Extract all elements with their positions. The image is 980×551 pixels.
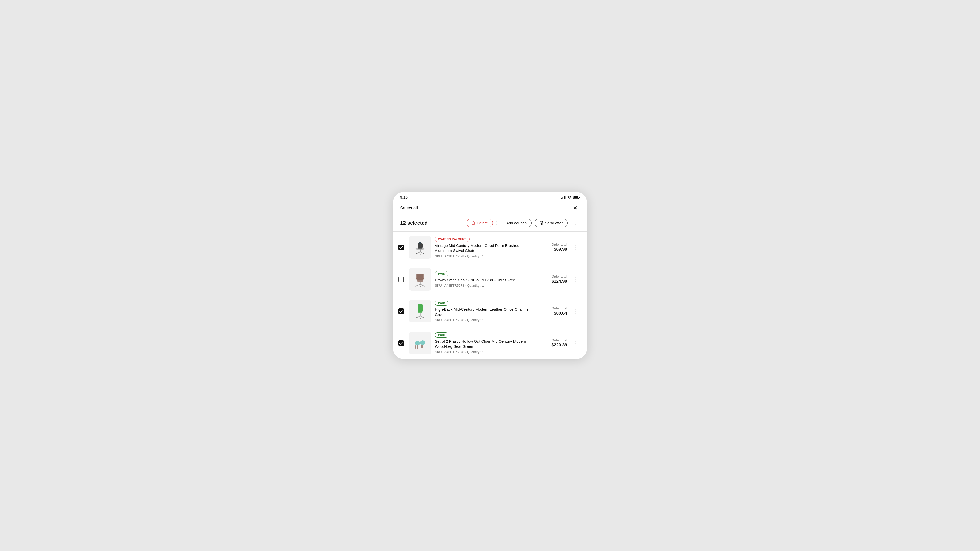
svg-rect-3 [565, 196, 566, 199]
order-list: WAITING PAYMENT Vintage Mid Century Mode… [393, 232, 587, 359]
table-row: PAID Brown Office Chair - NEW IN BOX - S… [393, 263, 587, 295]
status-icons [562, 196, 580, 199]
svg-rect-5 [579, 197, 580, 198]
checkbox-wrap-1[interactable] [397, 243, 405, 252]
svg-rect-29 [417, 280, 423, 282]
swivel-chair-img [411, 238, 429, 256]
svg-rect-27 [419, 242, 421, 244]
send-offer-button[interactable]: Send offer [535, 218, 568, 228]
checkbox-4[interactable] [398, 340, 404, 346]
svg-line-23 [420, 252, 423, 253]
checkbox-3[interactable] [398, 309, 404, 314]
svg-rect-43 [420, 313, 421, 316]
status-badge-2: PAID [435, 271, 449, 276]
table-row: WAITING PAYMENT Vintage Mid Century Mode… [393, 232, 587, 263]
product-image-3 [409, 300, 431, 322]
order-total-4: Order total $220.39 [539, 338, 567, 348]
green-chair-img [411, 302, 429, 320]
svg-rect-60 [420, 341, 421, 344]
product-image-1 [409, 236, 431, 259]
svg-rect-1 [563, 197, 563, 199]
svg-rect-56 [419, 342, 420, 344]
status-badge-1: WAITING PAYMENT [435, 237, 469, 242]
add-coupon-label: Add coupon [506, 221, 527, 225]
top-bar: Select all ✕ [393, 201, 587, 216]
svg-rect-28 [417, 274, 424, 280]
item-more-button-1[interactable]: ⋮ [571, 243, 580, 252]
svg-point-51 [420, 318, 421, 319]
product-info-2: PAID Brown Office Chair - NEW IN BOX - S… [435, 271, 535, 288]
checkbox-2[interactable] [398, 277, 404, 282]
svg-rect-41 [417, 304, 423, 312]
product-name-1: Vintage Mid Century Modern Good Form Bru… [435, 243, 535, 253]
svg-line-22 [417, 252, 420, 253]
plus-icon [501, 221, 505, 225]
order-total-1: Order total $69.99 [539, 242, 567, 252]
delete-label: Delete [477, 221, 488, 225]
svg-point-37 [424, 286, 425, 287]
svg-rect-54 [417, 345, 418, 349]
product-meta-4: SKU : A43BTR5678 · Quantity : 1 [435, 350, 535, 354]
svg-point-50 [423, 317, 424, 318]
item-more-button-4[interactable]: ⋮ [571, 339, 580, 348]
product-image-4 [409, 332, 431, 354]
product-meta-2: SKU : A43BTR5678 · Quantity : 1 [435, 283, 535, 288]
svg-rect-40 [423, 274, 424, 278]
product-image-2 [409, 268, 431, 291]
checkbox-wrap-3[interactable] [397, 307, 405, 315]
svg-rect-61 [425, 341, 425, 344]
plastic-chairs-img [411, 334, 429, 352]
svg-point-24 [416, 253, 417, 254]
delete-button[interactable]: Delete [466, 218, 493, 228]
svg-rect-18 [420, 249, 421, 252]
svg-line-48 [420, 316, 422, 317]
svg-rect-6 [574, 196, 578, 198]
svg-line-47 [418, 316, 420, 317]
svg-rect-55 [415, 342, 416, 344]
svg-rect-16 [417, 243, 423, 248]
status-bar: 9:15 [393, 192, 587, 201]
svg-rect-0 [562, 197, 562, 199]
status-time: 9:15 [400, 195, 407, 199]
product-info-1: WAITING PAYMENT Vintage Mid Century Mode… [435, 237, 535, 258]
status-badge-3: PAID [435, 301, 449, 306]
send-offer-label: Send offer [545, 221, 563, 225]
item-more-button-2[interactable]: ⋮ [571, 275, 580, 284]
svg-rect-2 [564, 196, 565, 199]
table-row: PAID Set of 2 Plastic Hollow Out Chair M… [393, 327, 587, 359]
svg-point-25 [423, 253, 424, 254]
order-total-3: Order total $80.64 [539, 306, 567, 316]
product-info-4: PAID Set of 2 Plastic Hollow Out Chair M… [435, 333, 535, 354]
product-meta-3: SKU : A43BTR5678 · Quantity : 1 [435, 318, 535, 322]
actions-bar: 12 selected Delete Add coupon [393, 216, 587, 231]
svg-line-35 [420, 284, 423, 286]
product-meta-1: SKU : A43BTR5678 · Quantity : 1 [435, 254, 535, 258]
svg-point-36 [415, 286, 417, 287]
svg-rect-7 [472, 222, 475, 225]
item-more-button-3[interactable]: ⋮ [571, 307, 580, 316]
checkbox-wrap-2[interactable] [397, 275, 405, 283]
product-name-2: Brown Office Chair - NEW IN BOX - Ships … [435, 277, 535, 283]
checkbox-wrap-4[interactable] [397, 339, 405, 347]
svg-point-26 [420, 253, 421, 255]
add-coupon-button[interactable]: Add coupon [496, 218, 531, 228]
svg-rect-59 [422, 345, 423, 348]
svg-rect-17 [418, 248, 422, 249]
brown-chair-img [411, 270, 429, 288]
svg-rect-30 [420, 282, 421, 284]
close-button[interactable]: ✕ [571, 204, 580, 213]
product-info-3: PAID High-Back Mid-Century Modern Leathe… [435, 301, 535, 322]
selected-count: 12 selected [400, 220, 461, 226]
checkbox-1[interactable] [398, 245, 404, 250]
wifi-icon [567, 196, 572, 199]
select-all-button[interactable]: Select all [400, 205, 418, 211]
svg-line-34 [417, 284, 420, 286]
order-total-2: Order total $124.99 [539, 274, 567, 284]
offer-icon [539, 221, 544, 225]
status-badge-4: PAID [435, 333, 449, 338]
svg-rect-58 [421, 345, 422, 348]
device-frame: 9:15 Select all ✕ [393, 192, 587, 359]
more-actions-button[interactable]: ⋮ [571, 218, 580, 228]
svg-rect-42 [418, 312, 422, 313]
svg-point-38 [420, 286, 421, 287]
